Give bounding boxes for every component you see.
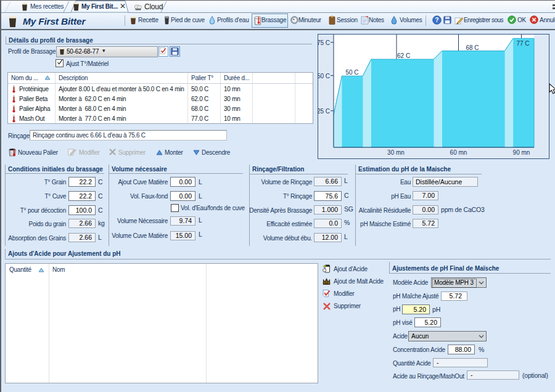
svg-text:30 mn: 30 mn (387, 149, 405, 156)
svg-text:50 C: 50 C (318, 73, 330, 80)
svg-text:62 C: 62 C (397, 52, 410, 59)
svg-text:25 C: 25 C (318, 108, 330, 115)
svg-text:90 mn: 90 mn (513, 149, 530, 156)
svg-text:75 C: 75 C (318, 39, 330, 46)
svg-text:?: ? (435, 16, 438, 23)
svg-text:77 C: 77 C (516, 40, 529, 47)
svg-text:60 mn: 60 mn (450, 149, 467, 156)
svg-text:50 C: 50 C (345, 69, 358, 76)
svg-text:68 C: 68 C (466, 44, 479, 51)
